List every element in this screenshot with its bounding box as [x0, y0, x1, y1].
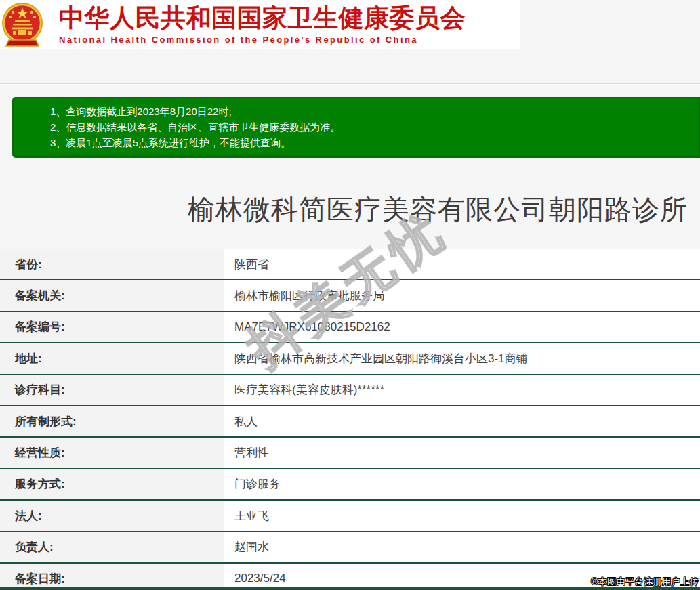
site-title-english: National Health Commission of the People… — [59, 35, 466, 45]
table-row: 备案编号:MA7E7WJRX61080215D2162 — [0, 312, 700, 343]
site-header[interactable]: 中华人民共和国国家卫生健康委员会 National Health Commiss… — [0, 0, 520, 49]
header-divider — [0, 83, 700, 85]
table-row: 法人:王亚飞 — [0, 501, 700, 532]
table-row: 备案机关:榆林市榆阳区行政审批服务局 — [0, 280, 700, 312]
field-label: 所有制形式: — [0, 406, 224, 436]
field-label: 备案日期: — [0, 564, 224, 590]
field-value: 王亚飞 — [224, 501, 700, 530]
field-value: 陕西省榆林市高新技术产业园区朝阳路御溪台小区3-1商铺 — [224, 343, 700, 373]
field-label: 负责人: — [0, 532, 224, 562]
record-title: 榆林微科简医疗美容有限公司朝阳路诊所 — [188, 194, 688, 224]
field-value: 赵国水 — [224, 532, 700, 562]
notice-line: 2、信息数据结果以各省、自治区、直辖市卫生健康委数据为准。 — [50, 119, 692, 135]
field-label: 备案编号: — [0, 312, 224, 342]
field-label: 地址: — [0, 343, 224, 373]
record-table: 省份:陕西省备案机关:榆林市榆阳区行政审批服务局备案编号:MA7E7WJRX61… — [0, 249, 700, 590]
table-row: 诊疗科目:医疗美容科(美容皮肤科)****** — [0, 375, 700, 406]
field-label: 诊疗科目: — [0, 375, 224, 405]
field-label: 备案机关: — [0, 280, 224, 310]
table-row: 经营性质:营利性 — [0, 438, 700, 469]
notice-line: 3、凌晨1点至凌晨5点系统进行维护，不能提供查询。 — [50, 135, 692, 150]
field-value: MA7E7WJRX61080215D2162 — [224, 312, 700, 342]
field-label: 经营性质: — [0, 438, 224, 467]
header-titles: 中华人民共和国国家卫生健康委员会 National Health Commiss… — [59, 5, 466, 45]
site-title-chinese: 中华人民共和国国家卫生健康委员会 — [59, 5, 466, 32]
notice-line: 1、查询数据截止到2023年8月20日22时; — [50, 104, 692, 119]
photo-credit-watermark: ©本图由平台注册用户上传 — [591, 576, 699, 588]
page: 中华人民共和国国家卫生健康委员会 National Health Commiss… — [0, 0, 700, 590]
table-row: 服务方式:门诊服务 — [0, 469, 700, 501]
field-value: 榆林市榆阳区行政审批服务局 — [224, 280, 700, 310]
field-value: 营利性 — [224, 438, 700, 467]
table-row: 省份:陕西省 — [0, 249, 700, 280]
table-row: 所有制形式:私人 — [0, 406, 700, 438]
notice-box: 1、查询数据截止到2023年8月20日22时;2、信息数据结果以各省、自治区、直… — [12, 97, 700, 158]
table-row: 负责人:赵国水 — [0, 532, 700, 564]
field-value: 医疗美容科(美容皮肤科)****** — [224, 375, 700, 405]
field-value: 私人 — [224, 406, 700, 436]
china-national-emblem-icon — [1, 2, 44, 48]
field-label: 省份: — [0, 249, 224, 279]
field-value: 陕西省 — [224, 249, 700, 279]
field-value: 门诊服务 — [224, 469, 700, 499]
field-label: 法人: — [0, 501, 224, 530]
field-label: 服务方式: — [0, 469, 224, 499]
table-row: 地址:陕西省榆林市高新技术产业园区朝阳路御溪台小区3-1商铺 — [0, 343, 700, 375]
